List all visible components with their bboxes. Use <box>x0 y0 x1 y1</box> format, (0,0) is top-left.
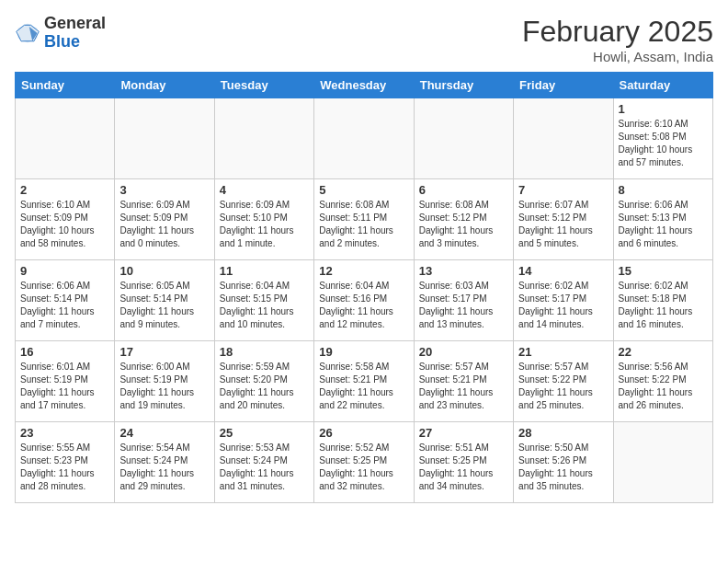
logo: General Blue <box>15 15 106 52</box>
day-info: Sunrise: 6:02 AM Sunset: 5:17 PM Dayligh… <box>518 280 608 331</box>
day-number: 16 <box>20 345 109 359</box>
day-info: Sunrise: 5:59 AM Sunset: 5:20 PM Dayligh… <box>220 361 309 412</box>
day-info: Sunrise: 6:04 AM Sunset: 5:15 PM Dayligh… <box>220 280 309 331</box>
day-number: 5 <box>319 183 408 197</box>
weekday-header-sunday: Sunday <box>16 73 115 98</box>
day-number: 9 <box>20 264 109 278</box>
day-info: Sunrise: 6:00 AM Sunset: 5:19 PM Dayligh… <box>119 361 209 412</box>
day-cell-6: 6Sunrise: 6:08 AM Sunset: 5:12 PM Daylig… <box>414 179 513 260</box>
day-cell-16: 16Sunrise: 6:01 AM Sunset: 5:19 PM Dayli… <box>16 341 115 422</box>
calendar-row-4: 16Sunrise: 6:01 AM Sunset: 5:19 PM Dayli… <box>16 341 713 422</box>
day-number: 24 <box>119 426 209 440</box>
day-info: Sunrise: 6:09 AM Sunset: 5:09 PM Dayligh… <box>119 199 209 250</box>
day-info: Sunrise: 6:06 AM Sunset: 5:13 PM Dayligh… <box>619 199 708 250</box>
day-cell-21: 21Sunrise: 5:57 AM Sunset: 5:22 PM Dayli… <box>514 341 613 422</box>
empty-cell <box>514 98 613 179</box>
day-info: Sunrise: 5:57 AM Sunset: 5:22 PM Dayligh… <box>518 361 608 412</box>
weekday-header-row: SundayMondayTuesdayWednesdayThursdayFrid… <box>16 73 713 98</box>
weekday-header-saturday: Saturday <box>613 73 712 98</box>
weekday-header-monday: Monday <box>115 73 214 98</box>
weekday-header-friday: Friday <box>514 73 613 98</box>
day-cell-19: 19Sunrise: 5:58 AM Sunset: 5:21 PM Dayli… <box>314 341 414 422</box>
day-cell-18: 18Sunrise: 5:59 AM Sunset: 5:20 PM Dayli… <box>214 341 313 422</box>
day-info: Sunrise: 5:54 AM Sunset: 5:24 PM Dayligh… <box>119 442 209 493</box>
empty-cell <box>115 98 214 179</box>
day-number: 14 <box>518 264 608 278</box>
day-cell-22: 22Sunrise: 5:56 AM Sunset: 5:22 PM Dayli… <box>613 341 712 422</box>
calendar-row-1: 1Sunrise: 6:10 AM Sunset: 5:08 PM Daylig… <box>16 98 713 179</box>
calendar-row-5: 23Sunrise: 5:55 AM Sunset: 5:23 PM Dayli… <box>16 422 713 503</box>
day-cell-17: 17Sunrise: 6:00 AM Sunset: 5:19 PM Dayli… <box>115 341 214 422</box>
calendar-row-3: 9Sunrise: 6:06 AM Sunset: 5:14 PM Daylig… <box>16 260 713 341</box>
day-info: Sunrise: 6:01 AM Sunset: 5:19 PM Dayligh… <box>20 361 109 412</box>
day-number: 28 <box>518 426 608 440</box>
title-area: February 2025 Howli, Assam, India <box>522 15 713 64</box>
day-cell-25: 25Sunrise: 5:53 AM Sunset: 5:24 PM Dayli… <box>214 422 313 503</box>
day-info: Sunrise: 6:05 AM Sunset: 5:14 PM Dayligh… <box>119 280 209 331</box>
day-cell-9: 9Sunrise: 6:06 AM Sunset: 5:14 PM Daylig… <box>16 260 115 341</box>
day-info: Sunrise: 6:08 AM Sunset: 5:11 PM Dayligh… <box>319 199 408 250</box>
day-info: Sunrise: 6:02 AM Sunset: 5:18 PM Dayligh… <box>619 280 708 331</box>
day-info: Sunrise: 5:52 AM Sunset: 5:25 PM Dayligh… <box>319 442 408 493</box>
day-cell-23: 23Sunrise: 5:55 AM Sunset: 5:23 PM Dayli… <box>16 422 115 503</box>
day-cell-14: 14Sunrise: 6:02 AM Sunset: 5:17 PM Dayli… <box>514 260 613 341</box>
weekday-header-thursday: Thursday <box>414 73 513 98</box>
day-number: 17 <box>119 345 209 359</box>
calendar-table: SundayMondayTuesdayWednesdayThursdayFrid… <box>15 72 713 503</box>
day-number: 2 <box>20 183 109 197</box>
day-info: Sunrise: 6:10 AM Sunset: 5:09 PM Dayligh… <box>20 199 109 250</box>
empty-cell <box>613 422 712 503</box>
day-number: 10 <box>119 264 209 278</box>
day-info: Sunrise: 6:09 AM Sunset: 5:10 PM Dayligh… <box>220 199 309 250</box>
day-info: Sunrise: 5:51 AM Sunset: 5:25 PM Dayligh… <box>419 442 508 493</box>
month-title: February 2025 <box>522 15 713 49</box>
logo-icon <box>15 20 40 46</box>
day-info: Sunrise: 6:08 AM Sunset: 5:12 PM Dayligh… <box>419 199 508 250</box>
day-number: 8 <box>619 183 708 197</box>
empty-cell <box>414 98 513 179</box>
day-info: Sunrise: 5:50 AM Sunset: 5:26 PM Dayligh… <box>518 442 608 493</box>
logo-blue-text: Blue <box>44 32 80 51</box>
day-cell-28: 28Sunrise: 5:50 AM Sunset: 5:26 PM Dayli… <box>514 422 613 503</box>
day-cell-3: 3Sunrise: 6:09 AM Sunset: 5:09 PM Daylig… <box>115 179 214 260</box>
day-number: 26 <box>319 426 408 440</box>
day-cell-1: 1Sunrise: 6:10 AM Sunset: 5:08 PM Daylig… <box>613 98 712 179</box>
day-number: 19 <box>319 345 408 359</box>
day-number: 27 <box>419 426 508 440</box>
day-cell-27: 27Sunrise: 5:51 AM Sunset: 5:25 PM Dayli… <box>414 422 513 503</box>
day-cell-24: 24Sunrise: 5:54 AM Sunset: 5:24 PM Dayli… <box>115 422 214 503</box>
day-cell-11: 11Sunrise: 6:04 AM Sunset: 5:15 PM Dayli… <box>214 260 313 341</box>
day-info: Sunrise: 5:56 AM Sunset: 5:22 PM Dayligh… <box>619 361 708 412</box>
day-number: 4 <box>220 183 309 197</box>
day-cell-8: 8Sunrise: 6:06 AM Sunset: 5:13 PM Daylig… <box>613 179 712 260</box>
empty-cell <box>16 98 115 179</box>
day-number: 11 <box>220 264 309 278</box>
day-cell-12: 12Sunrise: 6:04 AM Sunset: 5:16 PM Dayli… <box>314 260 414 341</box>
day-info: Sunrise: 6:03 AM Sunset: 5:17 PM Dayligh… <box>419 280 508 331</box>
day-info: Sunrise: 6:07 AM Sunset: 5:12 PM Dayligh… <box>518 199 608 250</box>
day-cell-10: 10Sunrise: 6:05 AM Sunset: 5:14 PM Dayli… <box>115 260 214 341</box>
day-info: Sunrise: 5:58 AM Sunset: 5:21 PM Dayligh… <box>319 361 408 412</box>
day-number: 22 <box>619 345 708 359</box>
day-cell-4: 4Sunrise: 6:09 AM Sunset: 5:10 PM Daylig… <box>214 179 313 260</box>
weekday-header-tuesday: Tuesday <box>214 73 313 98</box>
location-text: Howli, Assam, India <box>522 49 713 64</box>
day-info: Sunrise: 6:10 AM Sunset: 5:08 PM Dayligh… <box>619 118 708 169</box>
calendar-row-2: 2Sunrise: 6:10 AM Sunset: 5:09 PM Daylig… <box>16 179 713 260</box>
day-number: 12 <box>319 264 408 278</box>
day-info: Sunrise: 5:55 AM Sunset: 5:23 PM Dayligh… <box>20 442 109 493</box>
day-number: 3 <box>119 183 209 197</box>
logo-general-text: General <box>44 14 106 32</box>
day-number: 18 <box>220 345 309 359</box>
day-cell-13: 13Sunrise: 6:03 AM Sunset: 5:17 PM Dayli… <box>414 260 513 341</box>
day-number: 6 <box>419 183 508 197</box>
day-cell-15: 15Sunrise: 6:02 AM Sunset: 5:18 PM Dayli… <box>613 260 712 341</box>
day-number: 20 <box>419 345 508 359</box>
day-info: Sunrise: 6:06 AM Sunset: 5:14 PM Dayligh… <box>20 280 109 331</box>
day-number: 13 <box>419 264 508 278</box>
day-number: 15 <box>619 264 708 278</box>
day-info: Sunrise: 6:04 AM Sunset: 5:16 PM Dayligh… <box>319 280 408 331</box>
day-cell-7: 7Sunrise: 6:07 AM Sunset: 5:12 PM Daylig… <box>514 179 613 260</box>
day-number: 7 <box>518 183 608 197</box>
weekday-header-wednesday: Wednesday <box>314 73 414 98</box>
